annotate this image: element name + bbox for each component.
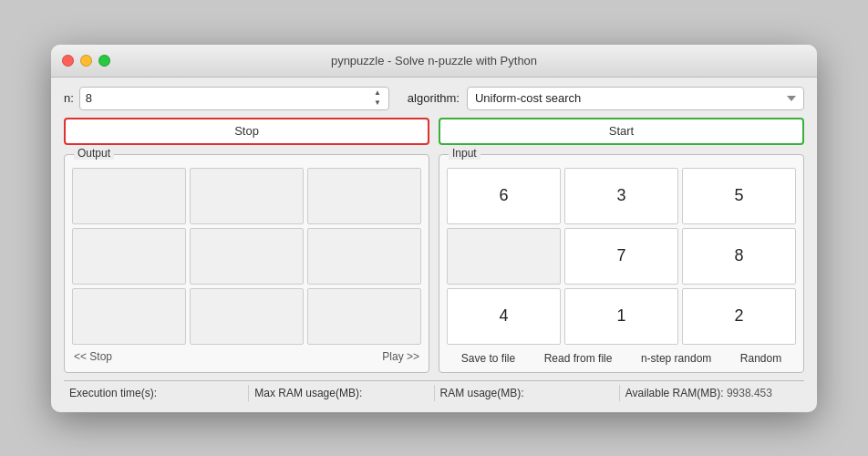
input-cell-0-0[interactable]: 6 [447,168,561,224]
avail-ram-value: 9938.453 [727,387,772,399]
maximize-button[interactable] [98,55,110,67]
max-ram-cell: Max RAM usage(MB): [249,385,434,401]
ram-usage-label: RAM usage(MB): [440,387,524,399]
input-cell-0-2[interactable]: 5 [682,168,796,224]
n-decrement[interactable]: ▼ [372,98,383,108]
output-cell-2-0 [72,288,186,345]
output-cell-0-1 [190,168,304,224]
output-cell-0-2 [307,168,421,224]
input-cell-1-2[interactable]: 8 [682,228,796,285]
start-button[interactable]: Start [439,118,804,145]
output-cell-2-2 [307,288,421,345]
input-cell-2-0[interactable]: 4 [447,288,561,345]
output-grid [72,168,421,345]
input-cell-2-2[interactable]: 2 [682,288,796,345]
exec-time-label: Execution time(s): [69,387,157,399]
avail-ram-label: Available RAM(MB): [625,387,724,399]
input-panel: Input 6 3 5 7 8 4 1 2 Save to file Read … [439,154,804,373]
save-to-file-button[interactable]: Save to file [461,352,515,365]
n-input-wrapper: 8 ▲ ▼ [79,87,389,110]
output-legend: Output [74,147,114,160]
algorithm-select[interactable]: Uniform-cost search A* search Greedy sea… [467,87,804,110]
status-bar: Execution time(s): Max RAM usage(MB): RA… [64,380,804,401]
n-increment[interactable]: ▲ [372,88,383,98]
n-stepper[interactable]: ▲ ▼ [372,88,383,108]
random-button[interactable]: Random [740,352,781,365]
output-cell-0-0 [72,168,186,224]
output-cell-2-1 [190,288,304,345]
input-cell-1-1[interactable]: 7 [564,228,678,285]
input-cell-2-1[interactable]: 1 [564,288,678,345]
n-value: 8 [86,91,92,105]
output-prev-button[interactable]: << Stop [74,350,112,363]
output-cell-1-0 [72,228,186,285]
app-window: pynpuzzle - Solve n-puzzle with Python n… [51,45,817,412]
nstep-random-button[interactable]: n-step random [641,352,711,365]
avail-ram-cell: Available RAM(MB): 9938.453 [620,385,804,401]
window-controls [62,55,110,67]
ram-usage-cell: RAM usage(MB): [435,385,620,401]
close-button[interactable] [62,55,74,67]
stop-button[interactable]: Stop [64,118,429,145]
output-play-button[interactable]: Play >> [382,350,419,363]
output-panel: Output << Stop Play >> [64,154,429,373]
input-legend: Input [449,147,480,160]
titlebar: pynpuzzle - Solve n-puzzle with Python [51,45,817,78]
max-ram-label: Max RAM usage(MB): [254,387,362,399]
input-grid: 6 3 5 7 8 4 1 2 [447,168,796,345]
output-cell-1-2 [307,228,421,285]
algorithm-label: algorithm: [408,91,460,105]
input-cell-0-1[interactable]: 3 [564,168,678,224]
exec-time-cell: Execution time(s): [64,385,249,401]
read-from-file-button[interactable]: Read from file [544,352,613,365]
output-cell-1-1 [190,228,304,285]
n-label: n: [64,91,74,105]
input-cell-1-0[interactable] [447,228,561,285]
minimize-button[interactable] [80,55,92,67]
window-title: pynpuzzle - Solve n-puzzle with Python [331,54,537,67]
